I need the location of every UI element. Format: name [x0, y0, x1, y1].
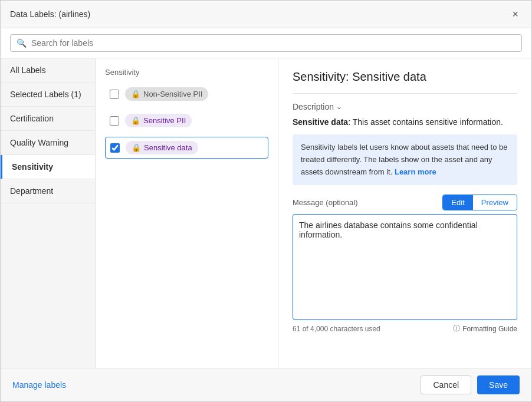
- right-panel: Sensitivity: Sensitive data Description …: [278, 58, 531, 368]
- label-tag-sensitive-pii: 🔒 Sensitive PII: [125, 114, 192, 127]
- chevron-down-icon: ⌄: [336, 103, 342, 111]
- description-label: Description: [293, 102, 334, 111]
- footer-actions: Cancel Save: [421, 375, 520, 394]
- label-icon-non-sensitive-pii: 🔒: [131, 90, 140, 98]
- save-button[interactable]: Save: [477, 375, 520, 394]
- divider: [293, 93, 517, 94]
- learn-more-link[interactable]: Learn more: [395, 167, 436, 176]
- char-count: 61 of 4,000 characters used: [293, 325, 380, 333]
- cancel-button[interactable]: Cancel: [421, 375, 471, 394]
- close-button[interactable]: ×: [508, 8, 522, 21]
- search-input-wrap: 🔍: [10, 34, 522, 52]
- formatting-guide-link[interactable]: ⓘ Formatting Guide: [453, 324, 517, 334]
- manage-labels-button[interactable]: Manage labels: [12, 380, 66, 390]
- description-rest: : This asset contains sensitive informat…: [348, 117, 503, 127]
- preview-tab[interactable]: Preview: [473, 195, 517, 210]
- description-bold: Sensitive data: [293, 117, 348, 127]
- label-tag-sensitive-data: 🔒 Sensitive data: [126, 141, 198, 154]
- message-textarea[interactable]: The airlines database contains some conf…: [293, 214, 517, 320]
- main-content: All Labels Selected Labels (1) Certifica…: [1, 58, 531, 368]
- sidebar-item-certification[interactable]: Certification: [1, 107, 95, 131]
- search-input[interactable]: [31, 38, 515, 48]
- dialog-title: Data Labels: (airlines): [10, 9, 90, 19]
- message-footer: 61 of 4,000 characters used ⓘ Formatting…: [293, 324, 517, 334]
- info-box: Sensitivity labels let users know about …: [293, 134, 517, 185]
- sidebar-item-all-labels[interactable]: All Labels: [1, 58, 95, 83]
- sidebar: All Labels Selected Labels (1) Certifica…: [1, 58, 96, 368]
- dialog: Data Labels: (airlines) × 🔍 All Labels S…: [0, 0, 532, 402]
- info-circle-icon: ⓘ: [453, 324, 460, 334]
- search-icon: 🔍: [17, 38, 27, 48]
- sidebar-item-selected-labels[interactable]: Selected Labels (1): [1, 83, 95, 107]
- label-item-sensitive-data[interactable]: 🔒 Sensitive data: [105, 137, 268, 159]
- section-title: Sensitivity: [105, 68, 268, 77]
- sidebar-item-quality-warning[interactable]: Quality Warning: [1, 131, 95, 155]
- sidebar-item-department[interactable]: Department: [1, 179, 95, 203]
- checkbox-sensitive-pii[interactable]: [110, 116, 119, 126]
- edit-tab[interactable]: Edit: [443, 195, 472, 210]
- search-bar: 🔍: [1, 28, 531, 58]
- detail-title: Sensitivity: Sensitive data: [293, 70, 517, 84]
- dialog-footer: Manage labels Cancel Save: [1, 368, 531, 401]
- tab-group: Edit Preview: [442, 195, 517, 210]
- message-header: Message (optional) Edit Preview: [293, 195, 517, 210]
- label-item-sensitive-pii[interactable]: 🔒 Sensitive PII: [105, 110, 268, 131]
- description-text: Sensitive data: This asset contains sens…: [293, 116, 517, 128]
- middle-panel: Sensitivity 🔒 Non-Sensitive PII 🔒 Sensit…: [96, 58, 278, 368]
- dialog-header: Data Labels: (airlines) ×: [1, 1, 531, 28]
- sidebar-item-sensitivity[interactable]: Sensitivity: [1, 155, 95, 179]
- label-tag-non-sensitive-pii: 🔒 Non-Sensitive PII: [125, 87, 208, 101]
- checkbox-sensitive-data[interactable]: [110, 143, 120, 153]
- checkbox-non-sensitive-pii[interactable]: [110, 90, 119, 99]
- label-icon-sensitive-data: 🔒: [132, 143, 141, 152]
- formatting-guide-label: Formatting Guide: [462, 325, 517, 333]
- label-icon-sensitive-pii: 🔒: [131, 116, 140, 125]
- label-item-non-sensitive-pii[interactable]: 🔒 Non-Sensitive PII: [105, 84, 268, 104]
- description-row: Description ⌄: [293, 102, 517, 111]
- message-label: Message (optional): [293, 198, 358, 207]
